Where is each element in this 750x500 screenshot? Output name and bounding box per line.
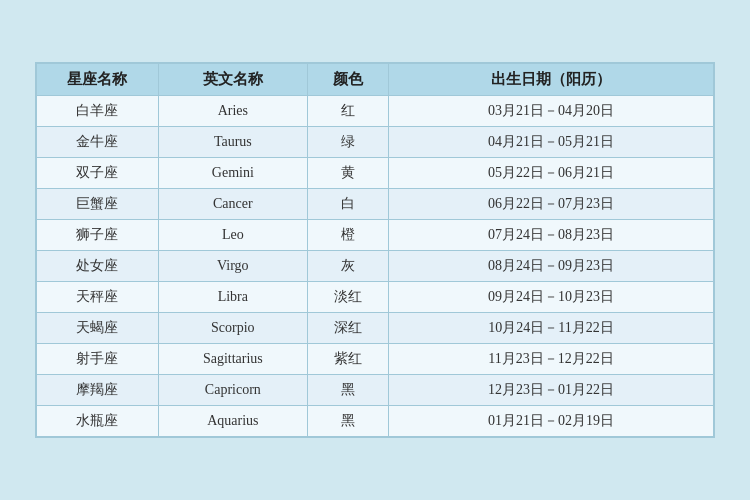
table-row: 水瓶座Aquarius黑01月21日－02月19日 bbox=[37, 406, 714, 437]
cell-color: 灰 bbox=[307, 251, 388, 282]
header-chinese: 星座名称 bbox=[37, 64, 159, 96]
cell-color: 黑 bbox=[307, 406, 388, 437]
cell-date: 01月21日－02月19日 bbox=[389, 406, 714, 437]
cell-chinese: 射手座 bbox=[37, 344, 159, 375]
cell-english: Aquarius bbox=[158, 406, 307, 437]
cell-english: Virgo bbox=[158, 251, 307, 282]
cell-chinese: 摩羯座 bbox=[37, 375, 159, 406]
table-row: 巨蟹座Cancer白06月22日－07月23日 bbox=[37, 189, 714, 220]
cell-chinese: 天蝎座 bbox=[37, 313, 159, 344]
table-row: 天秤座Libra淡红09月24日－10月23日 bbox=[37, 282, 714, 313]
header-color: 颜色 bbox=[307, 64, 388, 96]
cell-chinese: 白羊座 bbox=[37, 96, 159, 127]
cell-english: Cancer bbox=[158, 189, 307, 220]
cell-english: Sagittarius bbox=[158, 344, 307, 375]
cell-chinese: 天秤座 bbox=[37, 282, 159, 313]
cell-english: Libra bbox=[158, 282, 307, 313]
cell-english: Taurus bbox=[158, 127, 307, 158]
cell-color: 绿 bbox=[307, 127, 388, 158]
cell-color: 白 bbox=[307, 189, 388, 220]
cell-color: 黑 bbox=[307, 375, 388, 406]
cell-color: 橙 bbox=[307, 220, 388, 251]
cell-chinese: 狮子座 bbox=[37, 220, 159, 251]
cell-english: Scorpio bbox=[158, 313, 307, 344]
cell-date: 11月23日－12月22日 bbox=[389, 344, 714, 375]
cell-color: 紫红 bbox=[307, 344, 388, 375]
cell-color: 黄 bbox=[307, 158, 388, 189]
cell-chinese: 处女座 bbox=[37, 251, 159, 282]
table-row: 金牛座Taurus绿04月21日－05月21日 bbox=[37, 127, 714, 158]
table-row: 处女座Virgo灰08月24日－09月23日 bbox=[37, 251, 714, 282]
table-row: 射手座Sagittarius紫红11月23日－12月22日 bbox=[37, 344, 714, 375]
cell-date: 10月24日－11月22日 bbox=[389, 313, 714, 344]
table-row: 双子座Gemini黄05月22日－06月21日 bbox=[37, 158, 714, 189]
cell-date: 03月21日－04月20日 bbox=[389, 96, 714, 127]
cell-chinese: 双子座 bbox=[37, 158, 159, 189]
cell-color: 深红 bbox=[307, 313, 388, 344]
table-row: 摩羯座Capricorn黑12月23日－01月22日 bbox=[37, 375, 714, 406]
cell-english: Aries bbox=[158, 96, 307, 127]
header-date: 出生日期（阳历） bbox=[389, 64, 714, 96]
header-english: 英文名称 bbox=[158, 64, 307, 96]
table-row: 天蝎座Scorpio深红10月24日－11月22日 bbox=[37, 313, 714, 344]
table-row: 白羊座Aries红03月21日－04月20日 bbox=[37, 96, 714, 127]
cell-chinese: 金牛座 bbox=[37, 127, 159, 158]
table-row: 狮子座Leo橙07月24日－08月23日 bbox=[37, 220, 714, 251]
cell-english: Gemini bbox=[158, 158, 307, 189]
cell-date: 07月24日－08月23日 bbox=[389, 220, 714, 251]
cell-date: 12月23日－01月22日 bbox=[389, 375, 714, 406]
cell-english: Leo bbox=[158, 220, 307, 251]
cell-date: 08月24日－09月23日 bbox=[389, 251, 714, 282]
cell-date: 06月22日－07月23日 bbox=[389, 189, 714, 220]
cell-chinese: 水瓶座 bbox=[37, 406, 159, 437]
zodiac-table-container: 星座名称 英文名称 颜色 出生日期（阳历） 白羊座Aries红03月21日－04… bbox=[35, 62, 715, 438]
cell-date: 09月24日－10月23日 bbox=[389, 282, 714, 313]
table-header-row: 星座名称 英文名称 颜色 出生日期（阳历） bbox=[37, 64, 714, 96]
cell-date: 05月22日－06月21日 bbox=[389, 158, 714, 189]
cell-date: 04月21日－05月21日 bbox=[389, 127, 714, 158]
cell-color: 红 bbox=[307, 96, 388, 127]
zodiac-table: 星座名称 英文名称 颜色 出生日期（阳历） 白羊座Aries红03月21日－04… bbox=[36, 63, 714, 437]
cell-color: 淡红 bbox=[307, 282, 388, 313]
cell-chinese: 巨蟹座 bbox=[37, 189, 159, 220]
cell-english: Capricorn bbox=[158, 375, 307, 406]
